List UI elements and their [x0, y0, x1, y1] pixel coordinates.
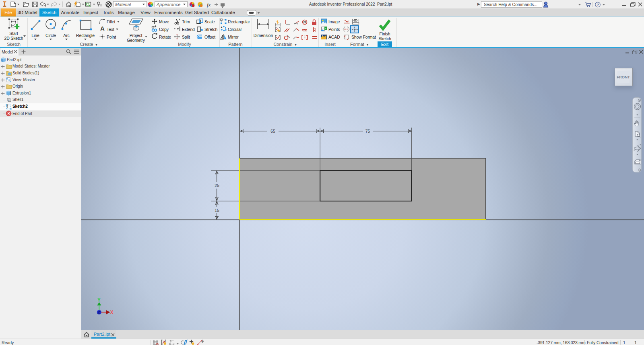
svg-text:X: X [110, 310, 113, 315]
svg-text:15: 15 [215, 208, 219, 213]
svg-text:65: 65 [270, 129, 275, 133]
svg-text:x: x [325, 27, 327, 30]
svg-text:fx: fx [207, 2, 211, 8]
svg-text:75: 75 [365, 129, 370, 133]
svg-text:?: ? [597, 2, 599, 7]
svg-text:25: 25 [215, 183, 219, 188]
svg-text:Y: Y [97, 297, 101, 303]
